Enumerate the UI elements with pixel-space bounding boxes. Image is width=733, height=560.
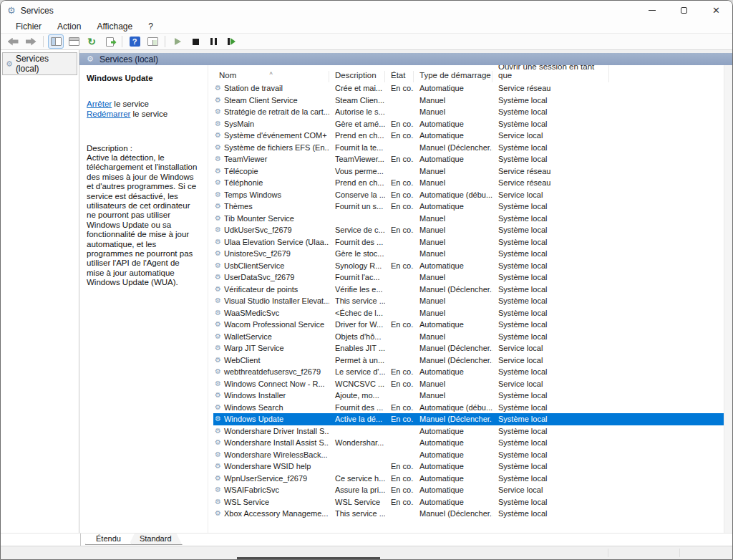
column-header-description[interactable]: Description	[329, 71, 385, 82]
cell-startup: Automatique	[414, 120, 492, 128]
service-gear-icon: ⚙	[215, 439, 221, 446]
cell-description: Gère le stoc...	[329, 249, 385, 258]
table-row[interactable]: ⚙Ulaa Elevation Service (Ulaa...Fournit …	[213, 236, 724, 248]
table-row[interactable]: ⚙Wacom Professional ServiceDriver for W.…	[213, 319, 724, 331]
vertical-scrollbar[interactable]	[724, 65, 732, 533]
table-row[interactable]: ⚙TeamViewerTeamViewer...En co...Automati…	[213, 153, 724, 165]
table-row[interactable]: ⚙Xbox Accessory Manageme...This service …	[213, 508, 724, 520]
service-name: Vérificateur de points	[224, 285, 298, 294]
table-row[interactable]: ⚙UserDataSvc_f2679Fournit l'ac...ManuelS…	[213, 271, 724, 284]
toolbar-separator	[43, 36, 44, 47]
table-row[interactable]: ⚙WalletServiceObjets d'hô...ManuelSystèm…	[213, 331, 724, 343]
cell-logon: Système local	[492, 155, 609, 163]
restart-service-link[interactable]: Redémarrer	[87, 110, 130, 118]
table-row[interactable]: ⚙WSAIFabricSvcAssure la pri...En co...Au…	[213, 484, 724, 496]
tab-standard[interactable]: Standard	[129, 534, 183, 545]
menu-affichage[interactable]: Affichage	[89, 20, 140, 33]
show-action-pane-button[interactable]	[145, 34, 160, 49]
table-row[interactable]: ⚙Stratégie de retrait de la cart...Autor…	[213, 106, 724, 118]
table-row[interactable]: ⚙webthreatdefusersvc_f2679Le service d'.…	[213, 366, 724, 378]
table-row[interactable]: ⚙Steam Client ServiceSteam Clien...Manue…	[213, 95, 724, 107]
cell-startup: Manuel (Déclencher...	[414, 344, 492, 352]
properties-window-button[interactable]	[66, 34, 82, 49]
table-row[interactable]: ⚙Wondershare WirelessBack...AutomatiqueS…	[213, 449, 724, 461]
table-row[interactable]: ⚙WSL ServiceWSL ServiceEn co...Automatiq…	[213, 496, 724, 508]
sidebar-item-services-local[interactable]: ⚙ Services (local)	[2, 52, 77, 75]
column-header-startup[interactable]: Type de démarrage	[414, 71, 492, 82]
cell-name: ⚙SysMain	[213, 120, 329, 128]
service-gear-icon: ⚙	[215, 120, 221, 127]
table-row[interactable]: ⚙UnistoreSvc_f2679Gère le stoc...ManuelS…	[213, 248, 724, 260]
show-console-tree-button[interactable]	[48, 34, 64, 49]
cell-startup: Manuel	[414, 332, 492, 341]
table-row[interactable]: ⚙UdkUserSvc_f2679Service de c...En co...…	[213, 224, 724, 236]
table-row[interactable]: ⚙Système de fichiers EFS (En...Fournit l…	[213, 142, 724, 154]
column-header-logon[interactable]: Ouvrir une session en tant que	[492, 65, 609, 82]
cell-name: ⚙Système de fichiers EFS (En...	[213, 143, 329, 152]
table-row[interactable]: ⚙Wondershare WSID helpEn co...Automatiqu…	[213, 460, 724, 473]
cell-logon: Système local	[492, 367, 609, 376]
table-row[interactable]: ⚙Warp JIT ServiceEnables JIT ...Manuel (…	[213, 342, 724, 354]
cell-state: En co...	[385, 474, 414, 483]
cell-logon: Service local	[492, 356, 609, 365]
cell-description: Synology R...	[329, 261, 385, 270]
tab-tendu[interactable]: Étendu	[85, 534, 132, 545]
table-row[interactable]: ⚙Station de travailCrée et mai...En co..…	[213, 82, 724, 95]
menu-action[interactable]: Action	[49, 20, 89, 33]
refresh-button[interactable]: ↻	[84, 34, 99, 49]
table-row[interactable]: ⚙Windows SearchFournit des ...En co...Au…	[213, 402, 724, 414]
stop-service-link[interactable]: Arrêter	[87, 100, 112, 108]
show-console-tree-icon	[51, 37, 62, 46]
table-row[interactable]: ⚙ThèmesFournit un s...En co...Automatiqu…	[213, 201, 724, 213]
service-name: Wondershare WSID help	[224, 462, 311, 470]
table-row[interactable]: ⚙Visual Studio Installer Elevat...This s…	[213, 295, 724, 307]
service-gear-icon: ⚙	[215, 510, 221, 517]
column-header-name[interactable]: Nom^	[213, 71, 329, 82]
pause-service-button[interactable]	[205, 34, 221, 49]
table-row[interactable]: ⚙Windows UpdateActive la dé...En co...Ma…	[213, 413, 724, 425]
table-row[interactable]: ⚙TéléphoniePrend en ch...En co...ManuelS…	[213, 177, 724, 189]
table-row[interactable]: ⚙Windows InstallerAjoute, mo...ManuelSys…	[213, 390, 724, 402]
start-service-button[interactable]	[170, 34, 185, 49]
cell-logon: Service local	[492, 190, 609, 199]
table-row[interactable]: ⚙Wondershare Driver Install S...Automati…	[213, 425, 724, 438]
cell-description: Permet à un...	[329, 356, 385, 365]
service-name: Windows Installer	[224, 391, 286, 400]
service-gear-icon: ⚙	[215, 415, 221, 423]
table-row[interactable]: ⚙Windows Connect Now - R...WCNCSVC ...En…	[213, 378, 724, 390]
cell-logon: Système local	[492, 120, 609, 128]
column-header-state[interactable]: État	[385, 71, 414, 82]
service-name: TeamViewer	[224, 155, 267, 163]
table-row[interactable]: ⚙WpnUserService_f2679Ce service h...En c…	[213, 473, 724, 485]
table-row[interactable]: ⚙WebClientPermet à un...Manuel (Déclench…	[213, 354, 724, 367]
cell-logon: Service local	[492, 380, 609, 388]
table-row[interactable]: ⚙UsbClientServiceSynology R...En co...Au…	[213, 260, 724, 272]
help-button[interactable]: ?	[127, 34, 142, 49]
table-row[interactable]: ⚙Temps WindowsConserve la ...En co...Aut…	[213, 189, 724, 201]
back-button[interactable]	[5, 34, 21, 49]
service-name: WebClient	[224, 356, 261, 365]
table-row[interactable]: ⚙SysMainGère et amé...En co...Automatiqu…	[213, 118, 724, 130]
forward-button[interactable]	[23, 34, 39, 49]
maximize-button[interactable]	[668, 1, 700, 20]
gear-icon: ⚙	[87, 55, 94, 63]
export-list-icon	[106, 37, 114, 47]
table-row[interactable]: ⚙Système d'événement COM+Prend en ch...E…	[213, 130, 724, 142]
table-row[interactable]: ⚙Tib Mounter ServiceManuelSystème local	[213, 213, 724, 225]
table-row[interactable]: ⚙Vérificateur de pointsVérifie les e...M…	[213, 284, 724, 296]
restart-service-button[interactable]	[223, 34, 239, 49]
menu-fichier[interactable]: Fichier	[8, 20, 49, 33]
menu-help[interactable]: ?	[140, 20, 161, 33]
statusbar-divider	[679, 549, 680, 557]
table-row[interactable]: ⚙WaaSMedicSvc<Échec de l...ManuelSystème…	[213, 307, 724, 319]
close-button[interactable]: ✕	[700, 1, 732, 20]
minimize-button[interactable]	[636, 1, 668, 20]
export-list-button[interactable]	[102, 34, 117, 49]
service-name: Système de fichiers EFS (En...	[224, 143, 329, 152]
stop-service-button[interactable]	[188, 34, 203, 49]
restart-service-suffix: le service	[130, 110, 168, 118]
cell-logon: Service réseau	[492, 178, 609, 187]
table-row[interactable]: ⚙TélécopieVous perme...ManuelService rés…	[213, 165, 724, 178]
pause-service-icon	[210, 38, 217, 45]
table-row[interactable]: ⚙Wondershare Install Assist S...Wondersh…	[213, 437, 724, 449]
